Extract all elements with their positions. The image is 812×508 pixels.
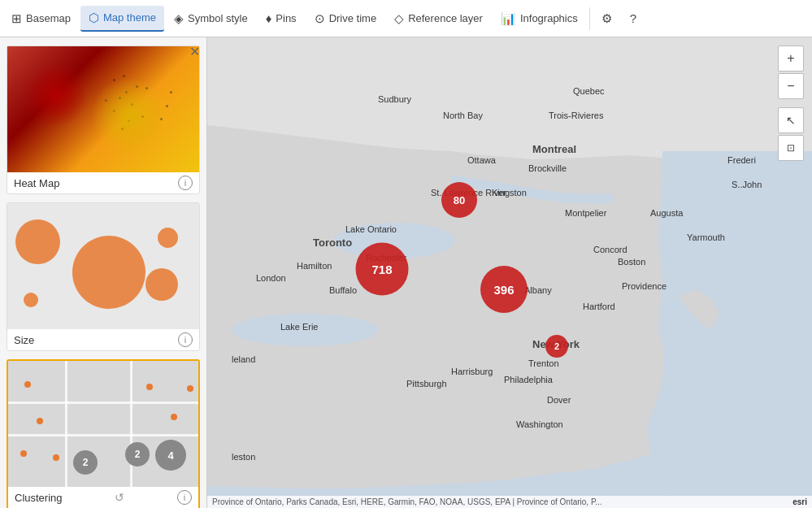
infographics-button[interactable]: 📊 Infographics [493,7,586,31]
settings-button[interactable]: ⚙ [593,7,620,31]
clustering-theme-card[interactable]: 4 2 2 Clustering ↺ i [7,359,200,508]
map-bubble-b4[interactable]: 2 [545,335,568,358]
heatmap-visual [7,46,199,172]
left-panel: ✕ [0,37,207,508]
heatmap-dots [7,46,199,172]
toolbar: ⊞ Basemap ⬡ Map theme ◈ Symbol style ♦ P… [0,0,812,37]
heatmap-info-icon[interactable]: i [178,176,193,190]
esri-logo: esri [792,497,807,506]
drivetime-button[interactable]: ⊙ Drive time [306,7,385,31]
map-area[interactable]: QuebecTrois-RivieresMontrealMontpelierAu… [207,37,812,508]
symbolstyle-button[interactable]: ◈ Symbol style [166,7,256,31]
help-icon: ? [630,11,636,25]
zoom-in-button[interactable]: + [778,46,804,72]
cursor-button[interactable]: ↖ [778,107,804,133]
map-controls: + − ↖ ⊡ [778,46,804,161]
symbolstyle-icon: ◈ [174,11,184,26]
size-visual [7,203,199,329]
map-bubble-b3[interactable]: 396 [480,266,528,313]
help-button[interactable]: ? [622,7,645,30]
settings-icon: ⚙ [601,11,612,26]
infographics-icon: 📊 [501,11,516,26]
referencelayer-icon: ◇ [394,11,404,26]
referencelayer-button[interactable]: ◇ Reference layer [386,7,491,31]
size-theme-card[interactable]: Size i [7,202,200,351]
drivetime-icon: ⊙ [315,11,325,26]
maptheme-button[interactable]: ⬡ Map theme [80,6,164,32]
clustering-label: Clustering ↺ i [8,487,198,508]
map-bubble-b1[interactable]: 80 [441,182,477,218]
size-preview [7,203,199,329]
maptheme-icon: ⬡ [89,11,99,25]
map-bubble-b2[interactable]: 718 [356,243,409,296]
main-content: ✕ [0,37,812,508]
size-info-icon[interactable]: i [178,332,193,347]
basemap-button[interactable]: ⊞ Basemap [3,7,79,31]
clustering-info-icon[interactable]: i [177,490,192,505]
map-attribution: Province of Ontario, Parks Canada, Esri,… [207,496,812,508]
clustering-refresh-icon[interactable]: ↺ [115,491,124,504]
pins-button[interactable]: ♦ Pins [258,7,305,30]
close-panel-button[interactable]: ✕ [189,44,200,59]
heatmap-label: Heat Map i [7,172,199,193]
extent-button[interactable]: ⊡ [778,135,804,161]
basemap-icon: ⊞ [11,11,22,26]
heatmap-preview [7,46,199,172]
toolbar-separator [589,7,590,30]
zoom-out-button[interactable]: − [778,73,804,99]
clustering-preview: 4 2 2 [8,361,198,487]
heatmap-theme-card[interactable]: Heat Map i [7,46,200,194]
clustering-visual: 4 2 2 [8,361,198,487]
pins-icon: ♦ [266,11,272,25]
size-label: Size i [7,329,199,350]
svg-point-2 [232,314,378,346]
